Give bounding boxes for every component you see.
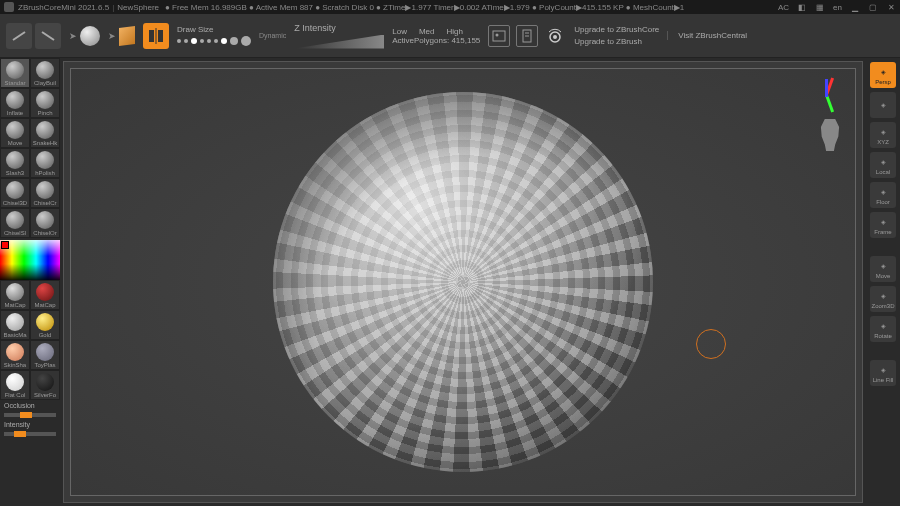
brush-pinch[interactable]: Pinch [30,88,60,118]
canvas-3d[interactable] [70,68,856,496]
brush-inflate[interactable]: Inflate [0,88,30,118]
dynamic-label: Dynamic [259,32,286,39]
svg-rect-3 [493,31,505,41]
brush-chiselsl[interactable]: ChiselSl [0,208,30,238]
occlusion-label: Occlusion [0,400,60,411]
material-skinsha[interactable]: SkinSha [0,340,30,370]
sphere-preview[interactable] [80,26,100,46]
viewport[interactable] [63,61,863,503]
draw-size-label: Draw Size [177,25,251,34]
rp-frame2-btn[interactable]: ◈Frame [870,212,896,238]
lang: en [833,3,842,12]
color-picker[interactable] [0,240,60,280]
top-toolbar: ➤ ➤ Draw Size Dynamic Z Intensity Low Me… [0,14,900,58]
head-reference[interactable] [817,119,843,151]
material-gold[interactable]: Gold [30,310,60,340]
minimize-icon[interactable]: ▁ [850,2,860,12]
upgrade-zbrush-link[interactable]: Upgrade to ZBrush [574,36,659,47]
rp-zoom-btn[interactable]: ◈Zoom3D [870,286,896,312]
left-panel: StandarClayBuilInflatePinchMoveSnakeHkSl… [0,58,60,506]
material-basicma[interactable]: BasicMa [0,310,30,340]
brush-move[interactable]: Move [0,118,30,148]
svg-rect-1 [158,30,163,42]
intensity-label: Intensity [0,419,60,430]
titlebar: ZBrushCoreMini 2021.6.5 | NewSphere ● Fr… [0,0,900,14]
svg-rect-0 [149,30,154,42]
rp-linefill-btn[interactable]: ◈Line Fill [870,360,896,386]
stroke-btn-2[interactable] [35,23,61,49]
brush-slash3[interactable]: Slash3 [0,148,30,178]
material-silverfo[interactable]: SilverFo [30,370,60,400]
active-poly-label: ActivePolygons: [392,36,449,45]
axis-gizmo[interactable] [809,77,845,113]
material-matcap[interactable]: MatCap [0,280,30,310]
brush-cursor [696,329,726,359]
brush-snakehk[interactable]: SnakeHk [30,118,60,148]
doc-name: NewSphere [117,3,159,12]
document-icon[interactable] [516,25,538,47]
symmetry-btn[interactable] [143,23,169,49]
brush-hpolish[interactable]: hPolish [30,148,60,178]
high-label[interactable]: High [446,27,462,36]
rp-local-btn[interactable]: ◈Local [870,152,896,178]
visit-central-link[interactable]: Visit ZBrushCentral [667,31,747,40]
svg-point-9 [553,35,557,39]
material-toyplas[interactable]: ToyPlas [30,340,60,370]
intensity-slider[interactable] [4,432,56,436]
rp-move-btn[interactable]: ◈Move [870,256,896,282]
rp-floor-btn[interactable]: ◈Floor [870,182,896,208]
camera-icon[interactable] [544,25,566,47]
material-flat col[interactable]: Flat Col [0,370,30,400]
cube-preview[interactable] [119,25,135,45]
rp-xyz-btn[interactable]: ◈XYZ [870,122,896,148]
image-icon[interactable] [488,25,510,47]
app-name: ZBrushCoreMini 2021.6.5 [18,3,109,12]
rp-persp-btn[interactable]: ◈Persp [870,62,896,88]
brush-chiselor[interactable]: ChiselOr [30,208,60,238]
rp-frame-btn[interactable]: ◈ [870,92,896,118]
low-label[interactable]: Low [392,27,407,36]
rp-rotate-btn[interactable]: ◈Rotate [870,316,896,342]
color-swatch[interactable] [1,241,9,249]
z-intensity-label: Z Intensity [294,23,384,33]
right-panel: ◈Persp◈◈XYZ◈Local◈Floor◈Frame◈Move◈Zoom3… [866,58,900,506]
upgrade-core-link[interactable]: Upgrade to ZBrushCore [574,24,659,35]
maximize-icon[interactable]: ▢ [868,2,878,12]
stroke-btn-1[interactable] [6,23,32,49]
svg-point-4 [496,33,499,36]
med-label[interactable]: Med [419,27,435,36]
app-logo [4,2,14,12]
sculpt-mesh[interactable] [273,92,653,472]
arrow-icon: ➤ [69,31,77,41]
z-intensity-slider[interactable] [294,35,384,49]
brush-chisel3d[interactable]: Chisel3D [0,178,30,208]
material-matcap[interactable]: MatCap [30,280,60,310]
brush-standar[interactable]: Standar [0,58,30,88]
brush-claybuil[interactable]: ClayBuil [30,58,60,88]
ac-label: AC [778,3,789,12]
draw-size-slider[interactable] [177,36,251,46]
grid-icon[interactable]: ▦ [815,2,825,12]
stats: ● Free Mem 16.989GB ● Active Mem 887 ● S… [165,3,684,12]
occlusion-slider[interactable] [4,413,56,417]
brush-chiselcr[interactable]: ChiselCr [30,178,60,208]
arrow-icon-2: ➤ [108,31,116,41]
active-poly-value: 415,155 [451,36,480,45]
close-icon[interactable]: ✕ [886,2,896,12]
palette-icon[interactable]: ◧ [797,2,807,12]
